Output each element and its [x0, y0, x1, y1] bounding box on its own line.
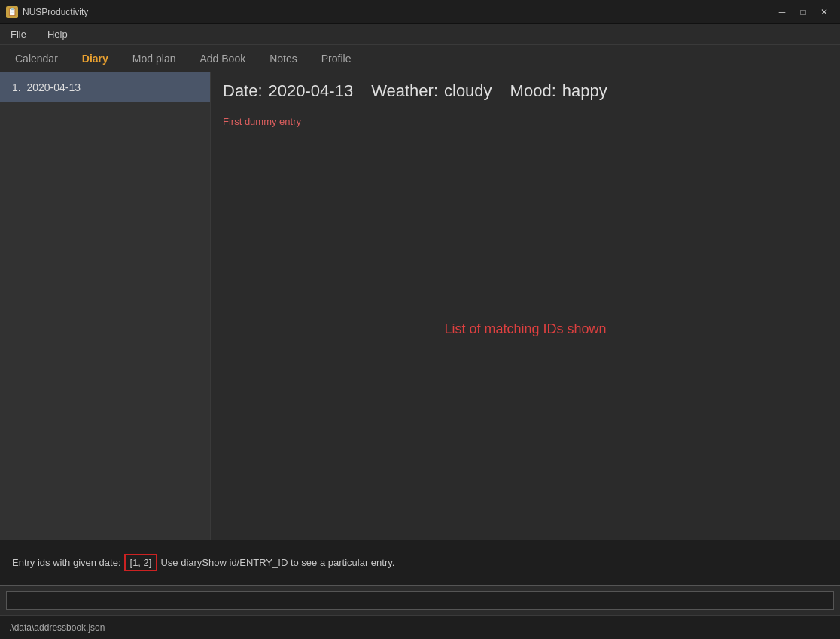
menu-help[interactable]: Help — [43, 27, 72, 41]
command-input[interactable] — [6, 591, 834, 610]
maximize-button[interactable]: □ — [793, 5, 813, 20]
diary-detail-panel: Date: 2020-04-13 Weather: cloudy Mood: h… — [211, 72, 840, 540]
entry-date: 2020-04-13 — [26, 81, 81, 93]
command-area — [0, 585, 840, 615]
nav-bar: Calendar Diary Mod plan Add Book Notes P… — [0, 45, 840, 72]
nav-addbook[interactable]: Add Book — [196, 50, 248, 68]
weather-value: cloudy — [444, 81, 492, 101]
status-prefix: Entry ids with given date: — [12, 557, 121, 568]
app-window: 📋 NUSProductivity ─ □ ✕ File Help Calend… — [0, 0, 840, 639]
bottom-status-bar: Entry ids with given date: [1, 2] Use di… — [0, 540, 840, 585]
mood-label: Mood: — [510, 81, 556, 101]
diary-sidebar: 1. 2020-04-13 — [0, 72, 211, 540]
title-bar-left: 📋 NUSProductivity — [6, 6, 88, 18]
nav-profile[interactable]: Profile — [318, 50, 355, 68]
nav-calendar[interactable]: Calendar — [12, 50, 61, 68]
weather-field: Weather: cloudy — [371, 81, 492, 101]
window-controls: ─ □ ✕ — [772, 5, 834, 20]
ids-value: [1, 2] — [124, 554, 158, 571]
app-title: NUSProductivity — [23, 7, 88, 17]
mood-field: Mood: happy — [510, 81, 607, 101]
minimize-button[interactable]: ─ — [772, 5, 792, 20]
title-bar: 📋 NUSProductivity ─ □ ✕ — [0, 0, 840, 24]
mood-value: happy — [562, 81, 607, 101]
weather-label: Weather: — [371, 81, 438, 101]
content-area: 1. 2020-04-13 Date: 2020-04-13 Weather: … — [0, 72, 840, 540]
footer-path: .\data\addressbook.json — [0, 615, 840, 639]
date-value: 2020-04-13 — [269, 81, 354, 101]
close-button[interactable]: ✕ — [814, 5, 834, 20]
nav-diary[interactable]: Diary — [79, 50, 111, 68]
date-field: Date: 2020-04-13 — [223, 81, 353, 101]
status-suffix: Use diaryShow id/ENTRY_ID to see a parti… — [160, 557, 394, 568]
diary-entry-1[interactable]: 1. 2020-04-13 — [0, 72, 210, 102]
status-message: List of matching IDs shown — [444, 321, 606, 337]
entry-body-text: First dummy entry — [223, 116, 828, 127]
data-path: .\data\addressbook.json — [9, 622, 105, 633]
date-label: Date: — [223, 81, 263, 101]
status-message-area: List of matching IDs shown — [223, 127, 828, 531]
menu-bar: File Help — [0, 24, 840, 45]
diary-detail-header: Date: 2020-04-13 Weather: cloudy Mood: h… — [223, 81, 828, 101]
nav-notes[interactable]: Notes — [266, 50, 300, 68]
nav-modplan[interactable]: Mod plan — [129, 50, 179, 68]
app-icon: 📋 — [6, 6, 18, 18]
menu-file[interactable]: File — [6, 27, 31, 41]
entry-index: 1. — [12, 81, 26, 93]
